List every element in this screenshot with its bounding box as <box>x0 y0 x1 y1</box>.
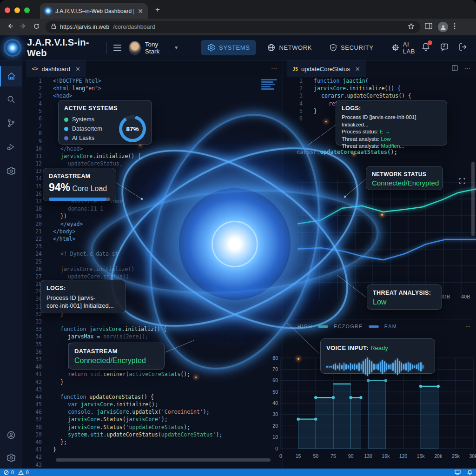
close-tab-icon[interactable]: ✕ <box>355 66 360 73</box>
code-line: 33function jarvisCore.initializ() { <box>22 325 283 333</box>
tab-dashboard-label: dashboard <box>41 66 70 73</box>
activity-search-icon[interactable] <box>0 89 22 110</box>
close-tab-icon[interactable]: ✕ <box>75 66 80 73</box>
activity-settings-icon[interactable] <box>0 161 22 181</box>
activity-home-icon[interactable] <box>0 66 22 86</box>
globe-icon <box>267 44 275 52</box>
nav-ai-lab[interactable]: AI LAB <box>385 37 422 59</box>
more-actions-icon[interactable]: ⋯ <box>466 324 472 329</box>
svg-text:130: 130 <box>364 453 372 459</box>
nav-label: SYSTEMS <box>219 44 250 51</box>
notification-badge <box>428 40 432 45</box>
user-menu[interactable]: Tony Stark ▼ <box>129 41 178 55</box>
code-line: 1function jaactin( <box>283 77 476 85</box>
vertical-scrollbar[interactable] <box>471 162 475 236</box>
code-line: 18domans:21 1 <box>22 205 283 212</box>
svg-text:80: 80 <box>272 355 278 361</box>
logout-icon[interactable] <box>459 43 468 53</box>
divider <box>286 319 473 319</box>
legend-dot-icon <box>64 136 68 140</box>
logs-panel-left: LOGS: Process ID [jarvis- core-init-001]… <box>40 280 126 313</box>
activity-settings-icon[interactable] <box>0 448 22 468</box>
svg-text:30k: 30k <box>469 453 476 459</box>
back-icon[interactable] <box>4 22 17 32</box>
hamburger-menu-icon[interactable] <box>113 45 122 51</box>
favicon-icon <box>45 7 52 14</box>
panel-title: THREAT ANALYSIS: <box>373 290 436 296</box>
minimize-window-button[interactable] <box>14 7 20 13</box>
status-bell-icon[interactable] <box>467 469 472 475</box>
activity-account-icon[interactable] <box>0 425 22 445</box>
close-tab-icon[interactable]: ✕ <box>138 8 143 14</box>
maximize-window-button[interactable] <box>24 7 30 13</box>
browser-tab[interactable]: J.A.R.V.I.S–in-Web Dashboard | ✕ <box>40 3 148 19</box>
nav-systems[interactable]: SYSTEMS <box>201 40 256 55</box>
tab-dashboard[interactable]: <> dashboard ✕ <box>26 60 86 77</box>
more-actions-icon[interactable]: ⋯ <box>271 65 278 72</box>
code-line: 45var jarvisCore.initialize(); <box>22 401 283 408</box>
editor-left-tabbar: <> dashboard ✕ ⋯ <box>22 60 283 77</box>
panel-title: DATASTREAM <box>74 348 159 355</box>
workspace: <> dashboard ✕ ⋯ 1<!DOCTYPE htel>2<html … <box>0 60 476 469</box>
window-controls[interactable] <box>5 7 30 13</box>
side-panel-icon[interactable] <box>425 23 432 31</box>
svg-text:15k: 15k <box>417 453 425 459</box>
errors-icon[interactable] <box>4 470 9 475</box>
split-editor-icon[interactable] <box>452 65 458 73</box>
close-window-button[interactable] <box>5 7 10 13</box>
log-line: core-init-001] Initialized... <box>46 302 119 310</box>
reload-icon[interactable] <box>30 23 43 32</box>
code-line: 19}) <box>22 212 283 220</box>
nav-security[interactable]: SECURITY <box>323 40 380 55</box>
tab-updatecorestatus[interactable]: JS updateCoreStatus ✕ <box>287 60 366 77</box>
chip-icon <box>391 44 399 52</box>
horizontal-scrollbar[interactable] <box>56 458 271 462</box>
warnings-icon[interactable] <box>18 470 24 475</box>
code-line: 44function updateCoreStatas() { <box>22 393 283 401</box>
log-line: Process ID [jarvis-core-init-001] Initia… <box>342 114 441 128</box>
code-line: 3<head> <box>22 92 283 99</box>
url-path: /core/dashboard <box>113 24 404 30</box>
voice-status-value: Ready <box>370 344 388 351</box>
messages-icon[interactable]: 2 <box>440 43 449 53</box>
code-line: 43 <box>22 461 283 469</box>
feedback-icon[interactable] <box>455 469 461 475</box>
gear-icon <box>207 44 215 52</box>
code-line: 24<!-Dynet.c data st <box>22 250 283 258</box>
svg-text:15: 15 <box>296 453 301 459</box>
code-line: 40}; <box>22 438 283 446</box>
systems-donut-chart: 87% <box>119 115 146 142</box>
network-line-chart <box>298 179 476 299</box>
activity-source-control-icon[interactable] <box>0 113 22 133</box>
code-line: 10</head> <box>22 145 283 152</box>
legend-item: Datasertem <box>64 124 119 133</box>
code-line: 34jarvsMax = narvis(2ere]); <box>22 333 283 340</box>
core-load-label: Core Load <box>73 185 107 192</box>
more-actions-icon[interactable]: ⋯ <box>464 65 471 73</box>
code-line: 23 <box>22 243 283 250</box>
svg-text:50: 50 <box>313 453 318 459</box>
nav-network[interactable]: NETWORK <box>261 40 318 55</box>
jarvis-logo-icon <box>4 39 21 57</box>
chevron-down-icon: ▼ <box>174 45 178 50</box>
url-bar[interactable]: https://jarvis.in.web/core/dashboard <box>46 21 420 33</box>
expand-icon[interactable] <box>459 178 465 186</box>
datastream-status-value: Connected/Encrypted <box>74 357 159 365</box>
panel-title: VOICE INPUT: <box>326 344 369 351</box>
code-line: 42} <box>22 378 283 386</box>
new-tab-button[interactable]: + <box>155 6 160 13</box>
notifications-bell-icon[interactable] <box>422 42 430 53</box>
active-systems-panel: ACTIVE SYSTEMS SystemsDatasertemAI Lasks… <box>58 100 152 145</box>
svg-text:20k: 20k <box>434 453 443 459</box>
core-load-progressbar <box>49 198 110 201</box>
svg-text:10: 10 <box>272 434 278 440</box>
code-line: 33 <box>22 318 283 325</box>
menu-kebab-icon[interactable] <box>454 23 456 32</box>
profile-avatar-icon[interactable] <box>438 22 448 32</box>
activity-run-debug-icon[interactable] <box>0 137 22 157</box>
log-line: Threat analysis: Low <box>342 136 441 143</box>
code-line: 37jarvisCore.Status(jarvisCore'); <box>22 416 283 423</box>
forward-icon[interactable] <box>17 22 30 32</box>
svg-text:70: 70 <box>272 366 278 372</box>
bookmark-star-icon[interactable] <box>408 23 415 32</box>
